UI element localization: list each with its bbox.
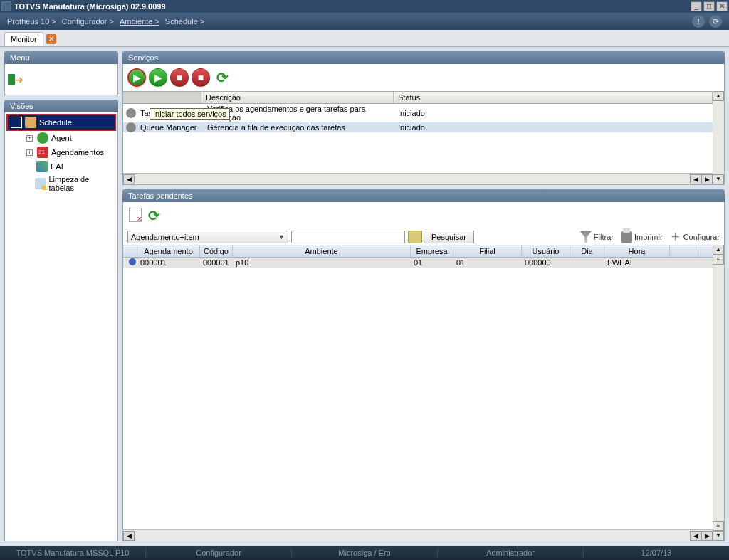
table-row[interactable]: 000001 000001 p10 01 01 000000 FWEAI — [123, 258, 713, 268]
tree-item-schedule[interactable]: Schedule — [6, 114, 116, 131]
tab-monitor[interactable]: Monitor — [4, 32, 43, 46]
table-row[interactable]: Queue Manager Gerencia a fila de execuçã… — [123, 122, 713, 132]
status-date: 12/07/13 — [584, 549, 729, 557]
tab-close-button[interactable]: ✕ — [46, 34, 56, 44]
statusbar: TOTVS Manufatura MSSQL P10 Configurador … — [0, 546, 729, 560]
scroll-left-icon[interactable]: ◀ — [123, 531, 135, 541]
col-dia[interactable]: Dia — [570, 245, 604, 257]
tree-item-agent[interactable]: + Agent — [6, 131, 116, 145]
tree-item-agendamentos[interactable]: + Agendamentos — [6, 145, 116, 159]
config-icon — [670, 231, 681, 243]
col-ambiente[interactable]: Ambiente — [233, 245, 411, 257]
filter-button[interactable]: Filtrar — [580, 231, 614, 243]
scroll-left-icon[interactable]: ◀ — [123, 174, 135, 184]
configure-button[interactable]: Configurar — [670, 231, 720, 243]
tarefas-panel: ⟳ Agendamento+item ▼ Pesquisar — [122, 202, 725, 541]
tarefas-grid-body: 000001 000001 p10 01 01 000000 FWEAI — [123, 258, 713, 529]
breadcrumb-schedule[interactable]: Schedule > — [165, 17, 204, 26]
combo-value: Agendamento+item — [131, 233, 199, 241]
tarefas-grid-header: Agendamento Código Ambiente Empresa Fili… — [123, 245, 713, 258]
binoculars-icon[interactable] — [408, 231, 422, 243]
scroll-up-icon[interactable]: ≡ — [713, 255, 724, 265]
stop-one-button[interactable]: ■ — [170, 68, 189, 87]
calendar-icon — [37, 147, 48, 158]
square-icon — [11, 117, 22, 128]
expander-icon[interactable]: + — [26, 149, 33, 156]
scroll-down-icon[interactable]: ≡ — [713, 521, 724, 531]
cell-status: Iniciado — [394, 108, 713, 118]
start-all-button[interactable]: ▶ — [127, 68, 146, 87]
scroll-down-icon[interactable]: ▼ — [713, 531, 724, 541]
stop-all-button[interactable]: ■ — [192, 68, 210, 87]
scroll-down-icon[interactable]: ▼ — [713, 174, 724, 184]
scroll-right-icon[interactable]: ◀ — [690, 174, 701, 184]
servicos-grid-header: Descrição Status — [123, 91, 713, 104]
servicos-panel: ▶ ▶ ■ ■ ⟳ Descrição Status — [122, 64, 725, 185]
menu-panel-body — [4, 64, 118, 95]
servicos-hscroll[interactable]: ◀ ◀ ▶ — [123, 173, 713, 184]
cell-empresa: 01 — [411, 258, 453, 268]
cell-ambiente: p10 — [233, 258, 411, 268]
close-button[interactable]: ✕ — [716, 1, 728, 11]
minimize-button[interactable]: _ — [691, 1, 702, 11]
col-codigo[interactable]: Código — [200, 245, 233, 257]
col-agendamento[interactable]: Agendamento — [137, 245, 200, 257]
scroll-right-icon[interactable]: ▶ — [701, 174, 713, 184]
tree-item-limpeza[interactable]: Limpeza de tabelas — [6, 174, 116, 194]
breadcrumb-protheus[interactable]: Protheus 10 > — [7, 17, 56, 26]
scroll-right-icon[interactable]: ▶ — [701, 531, 713, 541]
help-icon[interactable]: ⟳ — [709, 15, 722, 28]
searchbar: Agendamento+item ▼ Pesquisar Filtrar — [123, 229, 724, 245]
scroll-right-icon[interactable]: ◀ — [690, 531, 701, 541]
service-icon — [126, 122, 136, 132]
breadcrumb: Protheus 10 > Configurador > Ambiente > … — [0, 13, 729, 30]
cell-codigo: 000001 — [200, 258, 233, 268]
exit-icon[interactable] — [8, 73, 28, 87]
cell-descricao: Gerencia a fila de execução das tarefas — [203, 122, 394, 132]
visoes-panel-header: Visões — [4, 100, 118, 112]
scroll-up-icon[interactable]: ▲ — [713, 91, 724, 101]
breadcrumb-ambiente[interactable]: Ambiente > — [120, 17, 159, 26]
col-empresa[interactable]: Empresa — [411, 245, 453, 257]
scroll-up-icon[interactable]: ▲ — [713, 245, 724, 255]
filter-icon — [580, 231, 592, 243]
print-button[interactable]: Imprimir — [621, 231, 663, 243]
right-column: Serviços ▶ ▶ ■ ■ ⟳ Descrição Status — [122, 51, 725, 541]
eai-icon — [36, 161, 48, 172]
cell-dia — [570, 258, 604, 268]
tree-item-eai[interactable]: EAI — [6, 159, 116, 174]
status-company: Microsiga / Erp — [292, 549, 437, 557]
col-status[interactable]: Status — [394, 92, 713, 103]
tabbar: Monitor ✕ — [0, 30, 729, 47]
chevron-down-icon: ▼ — [278, 233, 285, 241]
tree-label-eai: EAI — [51, 162, 63, 171]
search-field-combo[interactable]: Agendamento+item ▼ — [127, 231, 288, 243]
delete-task-button[interactable] — [129, 208, 142, 222]
tree-label-agent: Agent — [51, 134, 72, 142]
menu-panel-header: Menu — [4, 51, 118, 64]
refresh-tasks-button[interactable]: ⟳ — [146, 208, 162, 223]
tarefas-hscroll[interactable]: ◀ ◀ ▶ — [123, 529, 713, 541]
cell-status: Iniciado — [394, 122, 713, 132]
expander-icon[interactable]: + — [26, 135, 33, 142]
cell-agendamento: 000001 — [137, 258, 200, 268]
search-input[interactable] — [291, 231, 405, 243]
visoes-tree: Schedule + Agent + Agendamentos EAI — [4, 112, 118, 541]
refresh-button[interactable]: ⟳ — [213, 68, 231, 87]
start-button[interactable]: ▶ — [149, 68, 167, 87]
col-filial[interactable]: Filial — [453, 245, 522, 257]
col-usuario[interactable]: Usuário — [522, 245, 570, 257]
col-hora[interactable]: Hora — [604, 245, 670, 257]
alert-icon[interactable]: ! — [692, 15, 705, 28]
col-descricao[interactable]: Descrição — [201, 92, 394, 103]
folder-icon — [25, 117, 36, 128]
tree-label-agendamentos: Agendamentos — [51, 148, 104, 157]
search-button[interactable]: Pesquisar — [424, 231, 474, 243]
titlebar: TOTVS Manufatura (Microsiga) 02.9.0099 _… — [0, 0, 729, 13]
cell-hora: FWEAI — [604, 258, 670, 268]
window-title: TOTVS Manufatura (Microsiga) 02.9.0099 — [14, 2, 691, 11]
cell-descricao: Verifica os agendamentos e gera tarefas … — [203, 104, 394, 122]
tooltip: Iniciar todos serviços — [150, 108, 230, 120]
maximize-button[interactable]: □ — [703, 1, 715, 11]
breadcrumb-configurador[interactable]: Configurador > — [62, 17, 114, 26]
